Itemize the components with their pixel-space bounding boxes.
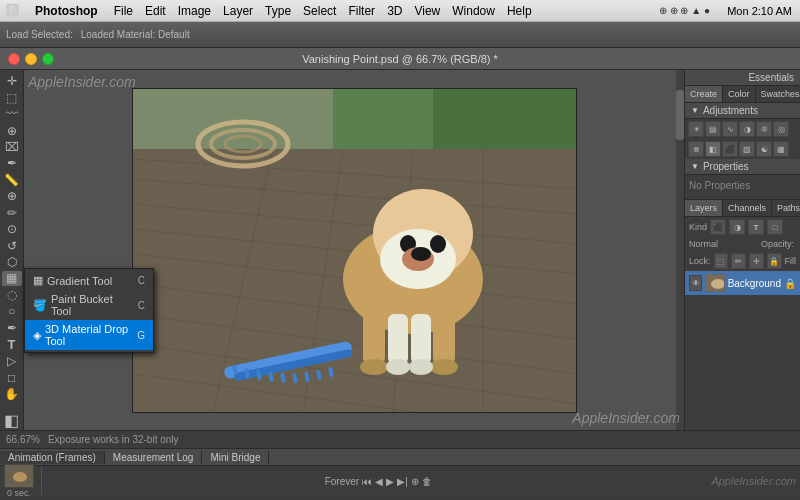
adjustments-header[interactable]: ▼ Adjustments [685, 103, 800, 119]
popup-gradient-tool[interactable]: ▦ Gradient Tool C [25, 271, 153, 290]
next-frame-button[interactable]: ▶| [397, 476, 408, 487]
menu-type[interactable]: Type [265, 4, 291, 18]
curves-icon[interactable]: ∿ [722, 121, 738, 137]
delete-frame-button[interactable]: 🗑 [422, 476, 432, 487]
layers-filter-pixel[interactable]: ⬛ [710, 219, 726, 235]
essentials-bar: Essentials [685, 70, 800, 86]
tab-animation-frames[interactable]: Animation (Frames) [0, 451, 105, 464]
popup-3d-material-drop-tool[interactable]: ◈ 3D Material Drop Tool G [25, 320, 153, 350]
move-tool[interactable]: ✛ [2, 74, 22, 88]
svg-rect-27 [363, 309, 385, 364]
popup-3d-icon: ◈ [33, 329, 41, 342]
channelmix-icon[interactable]: ▨ [739, 141, 755, 157]
quick-select-tool[interactable]: ⊕ [2, 123, 22, 137]
tab-mini-bridge[interactable]: Mini Bridge [202, 451, 269, 464]
levels-icon[interactable]: ▤ [705, 121, 721, 137]
system-clock: Mon 2:10 AM [727, 5, 792, 17]
stamp-tool[interactable]: ⊙ [2, 222, 22, 236]
loop-selector[interactable]: Forever [325, 476, 359, 487]
tool-popup-menu: ▦ Gradient Tool C 🪣 Paint Bucket Tool C … [24, 268, 154, 353]
lasso-tool[interactable]: 〰 [2, 107, 22, 121]
layers-filter-type[interactable]: T [748, 219, 764, 235]
first-frame-button[interactable]: ⏮ [362, 476, 372, 487]
main-area: ✛ ⬚ 〰 ⊕ ⌧ ✒ 📏 ⊕ ✏ ⊙ ↺ ⬡ ▦ ◌ ○ ✒ T ▷ □ ✋ … [0, 70, 800, 430]
fill-label: Fill [785, 256, 797, 266]
marquee-tool[interactable]: ⬚ [2, 90, 22, 104]
gradient-tool[interactable]: ▦ [2, 271, 22, 285]
layers-filter-shape[interactable]: □ [767, 219, 783, 235]
prev-frame-button[interactable]: ◀ [375, 476, 383, 487]
no-properties-text: No Properties [689, 180, 750, 191]
menu-window[interactable]: Window [452, 4, 495, 18]
photo-icon[interactable]: ⬛ [722, 141, 738, 157]
vertical-scrollbar[interactable] [676, 70, 684, 430]
menu-help[interactable]: Help [507, 4, 532, 18]
popup-gradient-icon: ▦ [33, 274, 43, 287]
shape-tool[interactable]: □ [2, 370, 22, 384]
dodge-tool[interactable]: ○ [2, 304, 22, 318]
minimize-button[interactable] [25, 53, 37, 65]
invert-icon[interactable]: ☯ [756, 141, 772, 157]
lock-paint-icon[interactable]: ✏ [731, 253, 746, 269]
scrollbar-thumb[interactable] [676, 90, 684, 140]
tab-channels[interactable]: Channels [723, 200, 772, 216]
layers-filter-adj[interactable]: ◑ [729, 219, 745, 235]
menu-file[interactable]: File [114, 4, 133, 18]
heal-tool[interactable]: ⊕ [2, 189, 22, 203]
brush-tool[interactable]: ✏ [2, 206, 22, 220]
tab-swatches[interactable]: Swatches [756, 86, 800, 102]
panel-tab-row: Create Color Swatches Styles [685, 86, 800, 103]
tab-create[interactable]: Create [685, 86, 723, 102]
tab-layers[interactable]: Layers [685, 200, 723, 216]
eyedropper-tool[interactable]: ✒ [2, 156, 22, 170]
lock-trans-icon[interactable]: ⬚ [714, 253, 729, 269]
pen-tool[interactable]: ✒ [2, 321, 22, 335]
posterize-icon[interactable]: ▦ [773, 141, 789, 157]
brightness-icon[interactable]: ☀ [688, 121, 704, 137]
tab-measurement-log[interactable]: Measurement Log [105, 451, 203, 464]
menu-filter[interactable]: Filter [348, 4, 375, 18]
ruler-tool[interactable]: 📏 [2, 173, 22, 187]
menu-3d[interactable]: 3D [387, 4, 402, 18]
menu-edit[interactable]: Edit [145, 4, 166, 18]
frame-thumbnail[interactable] [4, 464, 34, 488]
canvas-area[interactable]: AppleInsider.com [24, 70, 684, 430]
tab-color[interactable]: Color [723, 86, 756, 102]
properties-header[interactable]: ▼ Properties [685, 159, 800, 175]
new-frame-button[interactable]: ⊕ [411, 476, 419, 487]
layer-background-row[interactable]: 👁 Background 🔒 [685, 271, 800, 295]
history-brush-tool[interactable]: ↺ [2, 238, 22, 252]
lock-all-icon[interactable]: 🔒 [767, 253, 782, 269]
layers-kind-row: Kind ⬛ ◑ T □ [685, 217, 800, 237]
maximize-button[interactable] [42, 53, 54, 65]
properties-section: No Properties [685, 175, 800, 195]
popup-paint-shortcut: C [138, 300, 145, 311]
tab-paths[interactable]: Paths [772, 200, 800, 216]
huesat-icon[interactable]: ◎ [773, 121, 789, 137]
path-tool[interactable]: ▷ [2, 354, 22, 368]
type-tool[interactable]: T [2, 337, 22, 352]
lock-move-icon[interactable]: ✛ [749, 253, 764, 269]
svg-point-32 [430, 359, 458, 375]
menu-image[interactable]: Image [178, 4, 211, 18]
layers-opacity-label: Opacity: [761, 239, 794, 249]
menu-select[interactable]: Select [303, 4, 336, 18]
colorbalance-icon[interactable]: ⊗ [688, 141, 704, 157]
menu-layer[interactable]: Layer [223, 4, 253, 18]
blackwhite-icon[interactable]: ◧ [705, 141, 721, 157]
popup-paint-bucket-tool[interactable]: 🪣 Paint Bucket Tool C [25, 290, 153, 320]
vibrance-icon[interactable]: ❊ [756, 121, 772, 137]
close-button[interactable] [8, 53, 20, 65]
crop-tool[interactable]: ⌧ [2, 140, 22, 154]
anim-separator [41, 467, 42, 495]
popup-3d-label: 3D Material Drop Tool [45, 323, 133, 347]
menu-view[interactable]: View [414, 4, 440, 18]
exposure-icon[interactable]: ◑ [739, 121, 755, 137]
play-button[interactable]: ▶ [386, 476, 394, 487]
eraser-tool[interactable]: ⬡ [2, 255, 22, 269]
blur-tool[interactable]: ◌ [2, 288, 22, 302]
layer-lock-icon: 🔒 [784, 278, 796, 289]
foreground-bg-color[interactable]: ◧ [2, 411, 22, 430]
hand-tool[interactable]: ✋ [2, 387, 22, 401]
layer-visibility-icon[interactable]: 👁 [689, 275, 702, 291]
